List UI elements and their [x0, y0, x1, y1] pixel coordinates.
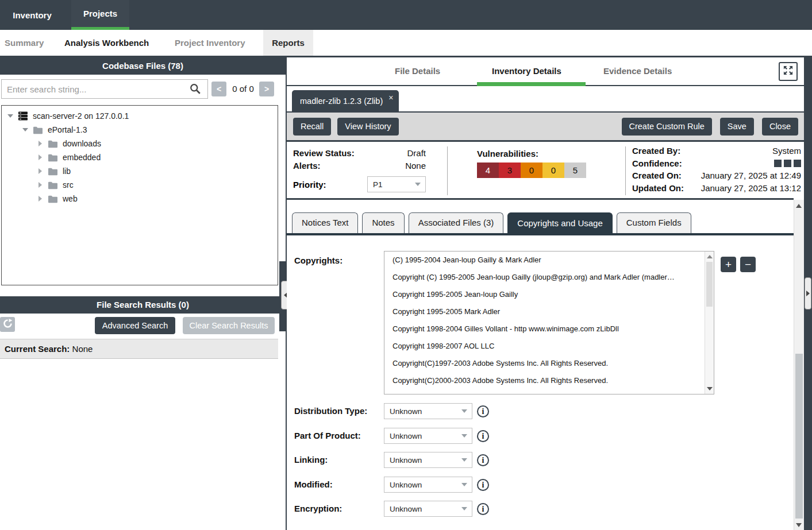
tree-item-embedded[interactable]: embedded: [2, 150, 278, 164]
created-by-label: Created By:: [632, 145, 680, 157]
part-of-product-dropdown[interactable]: Unknown: [384, 428, 472, 444]
scroll-up-icon[interactable]: [796, 204, 802, 208]
advanced-search-button[interactable]: Advanced Search: [95, 317, 175, 334]
collapse-toggle-icon[interactable]: [6, 112, 14, 120]
linking-dropdown[interactable]: Unknown: [384, 452, 472, 468]
copyright-list-item[interactable]: Copyright 1998-2004 Gilles Vollant - htt…: [384, 320, 705, 338]
scroll-up-icon[interactable]: [707, 255, 713, 258]
copyrights-scrollbar[interactable]: [705, 252, 714, 394]
details-scrollbar[interactable]: [794, 200, 804, 530]
expand-toggle-icon[interactable]: [36, 181, 44, 189]
close-button[interactable]: Close: [762, 118, 798, 136]
copyright-list-item[interactable]: Copyright 1995-2005 Jean-loup Gailly: [384, 286, 705, 303]
info-icon[interactable]: [477, 503, 489, 515]
copyright-list-item[interactable]: Copyright (C) 1995-2005 Jean-loup Gailly…: [384, 269, 705, 286]
expand-toggle-icon[interactable]: [36, 140, 44, 148]
tree-item-label: web: [62, 194, 78, 203]
tab-evidence-details[interactable]: Evidence Details: [603, 57, 672, 85]
tree-item-scan-server[interactable]: scan-server-2 on 127.0.0.1: [2, 109, 278, 123]
chevron-down-icon: [461, 507, 467, 510]
tab-summary[interactable]: Summary: [5, 30, 44, 56]
tab-project-inventory[interactable]: Project Inventory: [175, 30, 245, 56]
view-history-button[interactable]: View History: [337, 118, 398, 136]
collapse-toggle-icon[interactable]: [21, 126, 29, 134]
distribution-type-label: Distribution Type:: [294, 403, 367, 419]
tab-file-details[interactable]: File Details: [395, 57, 440, 85]
close-tab-icon[interactable]: ×: [388, 93, 393, 102]
project-subnav: Summary Analysis Workbench Project Inven…: [0, 30, 812, 56]
info-icon[interactable]: [477, 479, 489, 491]
tree-item-src[interactable]: src: [2, 178, 278, 192]
tree-item-web[interactable]: web: [2, 192, 278, 206]
refresh-button[interactable]: [0, 317, 15, 332]
folder-icon: [48, 180, 58, 190]
distribution-type-value: Unknown: [390, 407, 422, 416]
clear-search-results-button[interactable]: Clear Search Results: [183, 317, 275, 334]
nav-tab-inventory[interactable]: Inventory: [0, 0, 64, 30]
confidence-bar: [784, 160, 791, 167]
subtab-notes[interactable]: Notes: [362, 212, 404, 233]
left-panel: Codebase Files (78) < 0 of 0 > scan-serv…: [0, 57, 286, 530]
expand-toggle-icon[interactable]: [36, 195, 44, 203]
status-divider: [625, 146, 626, 195]
expand-toggle-icon[interactable]: [36, 153, 44, 161]
codebase-search-input[interactable]: [1, 79, 208, 99]
info-icon[interactable]: [477, 405, 489, 417]
nav-tab-projects[interactable]: Projects: [71, 0, 129, 30]
info-icon[interactable]: [477, 454, 489, 466]
priority-dropdown[interactable]: P1: [367, 176, 426, 192]
scrollbar-thumb[interactable]: [795, 354, 803, 519]
tab-analysis-workbench[interactable]: Analysis Workbench: [64, 30, 149, 56]
distribution-type-dropdown[interactable]: Unknown: [384, 403, 472, 419]
tree-item-label: lib: [62, 167, 71, 176]
tab-inventory-details[interactable]: Inventory Details: [492, 57, 561, 85]
copyright-list-item[interactable]: Copyright(C)2000-2003 Adobe Systems Inc.…: [384, 372, 705, 389]
current-search-value: None: [72, 344, 93, 354]
tree-item-eportal[interactable]: ePortal-1.3: [2, 123, 278, 137]
search-prev-button[interactable]: <: [211, 82, 226, 96]
info-icon[interactable]: [477, 430, 489, 442]
collapse-right-panel-handle[interactable]: [805, 277, 811, 310]
copyright-list-item[interactable]: (C) 1995-2004 Jean-loup Gailly & Mark Ad…: [384, 252, 705, 269]
scroll-down-icon[interactable]: [707, 387, 713, 390]
copyright-list-item[interactable]: Copyright 1995-2005 Mark Adler: [384, 303, 705, 320]
subtab-copyrights-and-usage[interactable]: Copyrights and Usage: [507, 212, 612, 233]
subtab-notices-text[interactable]: Notices Text: [292, 212, 358, 233]
copyrights-list: (C) 1995-2004 Jean-loup Gailly & Mark Ad…: [384, 251, 714, 394]
subtab-associated-files[interactable]: Associated Files (3): [409, 212, 504, 233]
created-on-label: Created On:: [632, 169, 682, 182]
recall-button[interactable]: Recall: [293, 118, 331, 136]
file-search-results-header: File Search Results (0): [0, 296, 286, 314]
status-divider: [447, 146, 448, 195]
details-panel: File Details Inventory Details Evidence …: [287, 57, 804, 530]
created-on-value: January 27, 2025 at 12:49: [701, 169, 801, 182]
chevron-down-icon: [415, 183, 421, 186]
tab-reports[interactable]: Reports: [263, 30, 313, 56]
tree-item-downloads[interactable]: downloads: [2, 137, 278, 150]
save-button[interactable]: Save: [720, 118, 754, 136]
vulnerabilities-label: Vulnerabilities:: [477, 149, 586, 158]
encryption-dropdown[interactable]: Unknown: [384, 501, 472, 517]
subtab-custom-fields[interactable]: Custom Fields: [617, 212, 691, 233]
expand-toggle-icon[interactable]: [36, 167, 44, 175]
chevron-down-icon: [461, 458, 467, 462]
priority-label: Priority:: [293, 180, 326, 189]
chevron-down-icon: [461, 409, 467, 413]
create-custom-rule-button[interactable]: Create Custom Rule: [622, 118, 712, 136]
search-next-button[interactable]: >: [259, 82, 274, 96]
expand-panel-button[interactable]: [779, 62, 798, 81]
codebase-files-header: Codebase Files (78): [0, 57, 286, 75]
vulnerability-count-high: 3: [499, 163, 521, 178]
scrollbar-thumb[interactable]: [706, 262, 713, 307]
search-icon[interactable]: [190, 83, 201, 95]
scroll-down-icon[interactable]: [796, 523, 802, 527]
add-copyright-button[interactable]: +: [721, 257, 736, 272]
copyright-list-item[interactable]: Copyright(C)1997-2003 Adobe Systems Inc.…: [384, 355, 705, 372]
tree-item-lib[interactable]: lib: [2, 164, 278, 178]
copyright-list-item[interactable]: Copyright 1998-2007 AOL LLC: [384, 338, 705, 355]
current-search-label: Current Search:: [5, 344, 70, 354]
remove-copyright-button[interactable]: −: [740, 257, 756, 272]
modified-dropdown[interactable]: Unknown: [384, 477, 472, 493]
component-tab-madler-zlib[interactable]: madler-zlib 1.2.3 (Zlib) ×: [292, 90, 399, 111]
current-search-bar: Current Search: None: [0, 339, 278, 359]
